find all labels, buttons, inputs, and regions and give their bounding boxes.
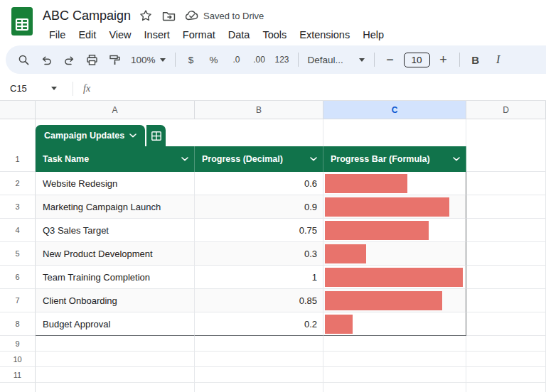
row-header-1[interactable]: 1 [0,146,36,172]
row-header-10[interactable]: 10 [0,352,36,367]
menu-file[interactable]: File [43,28,72,42]
format-percent-button[interactable]: % [203,49,225,70]
sheets-logo-icon[interactable] [11,7,33,36]
cell[interactable] [466,289,546,312]
menu-extensions[interactable]: Extensions [293,28,356,42]
italic-button[interactable]: I [488,49,509,70]
decrease-decimal-button[interactable]: .0 [226,49,247,70]
more-formats-button[interactable]: 123 [272,49,293,70]
bold-button[interactable]: B [465,49,486,70]
cell[interactable] [466,172,546,195]
cell[interactable] [466,352,546,367]
select-all-corner[interactable] [0,101,36,119]
task-cell[interactable]: Marketing Campaign Launch [36,195,195,219]
save-status[interactable]: Saved to Drive [185,10,264,21]
task-cell[interactable]: Client Onboarding [36,289,195,312]
row-header-3[interactable]: 3 [0,195,36,219]
cell[interactable] [466,336,546,352]
font-selector[interactable]: Defaul... [304,49,369,70]
cell[interactable] [195,367,323,383]
task-cell[interactable]: Website Redesign [36,172,195,195]
decrease-font-size-button[interactable]: − [380,49,401,70]
cell[interactable] [466,119,546,146]
cell[interactable] [323,367,466,383]
cell[interactable] [466,195,546,219]
document-title[interactable]: ABC Campaign [43,9,131,23]
cell[interactable] [323,352,466,367]
task-cell[interactable]: Team Training Completion [36,266,195,289]
progress-cell[interactable]: 0.6 [195,172,323,195]
row-header-6[interactable]: 6 [0,266,36,289]
table-header-task-name[interactable]: Task Name [36,146,195,172]
progress-bar-cell[interactable] [323,312,466,336]
progress-cell[interactable]: 0.85 [195,289,323,312]
paint-format-button[interactable] [104,49,125,70]
progress-bar-cell[interactable] [323,172,466,195]
progress-bar-cell[interactable] [323,266,466,289]
progress-bar-cell[interactable] [323,219,466,242]
cell[interactable] [466,242,546,266]
progress-cell[interactable]: 0.2 [195,312,323,336]
increase-decimal-button[interactable]: .00 [249,49,270,70]
cell[interactable] [466,312,546,336]
cell[interactable] [323,119,466,146]
menu-edit[interactable]: Edit [72,28,102,42]
row-header-5[interactable]: 5 [0,242,36,266]
task-cell[interactable]: New Product Development [36,242,195,266]
cell[interactable] [195,352,323,367]
menu-tools[interactable]: Tools [256,28,293,42]
cell[interactable] [466,219,546,242]
font-size-input[interactable]: 10 [404,53,430,67]
increase-font-size-button[interactable]: + [433,49,454,70]
row-header-7[interactable]: 7 [0,289,36,312]
column-header-d[interactable]: D [466,101,546,119]
cell[interactable] [466,146,546,172]
task-cell[interactable]: Budget Approval [36,312,195,336]
row-header-11[interactable]: 11 [0,367,36,383]
table-header-progress-bar[interactable]: Progress Bar (Formula) [323,146,466,172]
progress-bar-cell[interactable] [323,242,466,266]
table-header-progress-decimal[interactable]: Progress (Decimal) [195,146,323,172]
menu-view[interactable]: View [102,28,137,42]
column-header-c[interactable]: C [323,101,466,119]
table-name-tab[interactable]: Campaign Updates [36,125,145,146]
progress-bar-cell[interactable] [323,195,466,219]
progress-cell[interactable]: 0.3 [195,242,323,266]
cell[interactable] [466,266,546,289]
menu-format[interactable]: Format [176,28,222,42]
table-options-button[interactable] [146,125,166,146]
name-box[interactable]: C15 [0,83,71,94]
row-header-9[interactable]: 9 [0,336,36,352]
cell[interactable] [195,383,323,392]
print-button[interactable] [81,49,102,70]
progress-cell[interactable]: 1 [195,266,323,289]
redo-button[interactable] [58,49,80,70]
column-header-b[interactable]: B [195,101,323,119]
progress-cell[interactable]: 0.9 [195,195,323,219]
zoom-selector[interactable]: 100% [127,49,170,70]
move-to-folder-button[interactable] [161,8,176,23]
cell[interactable] [195,119,323,146]
task-cell[interactable]: Q3 Sales Target [36,219,195,242]
format-currency-button[interactable]: $ [181,49,202,70]
row-header-8[interactable]: 8 [0,312,36,336]
cell[interactable] [195,336,323,352]
star-button[interactable] [138,8,154,23]
cell[interactable] [36,336,195,352]
cell[interactable] [323,336,466,352]
menu-help[interactable]: Help [356,28,390,42]
cell[interactable] [323,383,466,392]
row-header-4[interactable]: 4 [0,219,36,242]
menu-insert[interactable]: Insert [138,28,176,42]
cell[interactable] [466,383,546,392]
progress-bar-cell[interactable] [323,289,466,312]
cell[interactable] [36,367,195,383]
search-button[interactable] [13,49,34,70]
menu-data[interactable]: Data [222,28,257,42]
row-header-2[interactable]: 2 [0,172,36,195]
cell[interactable] [466,367,546,383]
cell[interactable] [36,383,195,392]
cell[interactable] [36,352,195,367]
column-header-a[interactable]: A [36,101,195,119]
undo-button[interactable] [36,49,57,70]
